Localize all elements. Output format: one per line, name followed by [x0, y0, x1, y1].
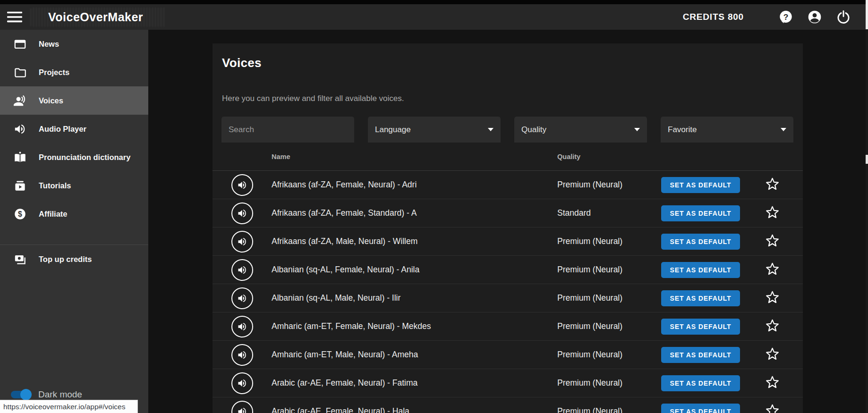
tutorials-icon [14, 179, 26, 192]
set-as-default-button[interactable]: SET AS DEFAULT [661, 262, 740, 278]
speaker-icon [237, 236, 248, 247]
set-as-default-button[interactable]: SET AS DEFAULT [661, 319, 740, 335]
set-as-default-button[interactable]: SET AS DEFAULT [661, 404, 740, 413]
voices-icon [14, 94, 26, 107]
voice-quality: Standard [557, 208, 661, 218]
sidebar-item-voices[interactable]: Voices [0, 86, 148, 115]
power-icon[interactable] [836, 9, 851, 25]
voice-name: Afrikaans (af-ZA, Male, Neural) - Willem [272, 236, 557, 246]
voice-quality: Premium (Neural) [557, 236, 661, 246]
speaker-icon [237, 378, 248, 389]
sidebar-item-audio-player[interactable]: Audio Player [0, 115, 148, 143]
language-dropdown[interactable]: Language [368, 117, 501, 143]
play-voice-button[interactable] [231, 259, 253, 281]
set-as-default-button[interactable]: SET AS DEFAULT [661, 375, 740, 391]
sidebar-item-label: Affiliate [39, 210, 68, 219]
favorite-star-icon[interactable] [765, 233, 780, 248]
speaker-icon [237, 321, 248, 332]
search-input[interactable] [229, 125, 347, 135]
voice-name: Albanian (sq-AL, Female, Neural) - Anila [272, 265, 557, 275]
news-icon [14, 38, 26, 51]
quality-dropdown[interactable]: Quality [514, 117, 647, 143]
column-header-quality: Quality [557, 153, 661, 160]
table-row: Afrikaans (af-ZA, Female, Neural) - Adri… [213, 171, 803, 199]
search-filter [221, 117, 354, 143]
favorite-star-icon[interactable] [765, 290, 780, 304]
sidebar-item-news[interactable]: News [0, 30, 148, 58]
payments-icon [14, 253, 26, 266]
table-row: Arabic (ar-AE, Female, Neural) - Hala Pr… [213, 397, 803, 413]
sidebar-item-label: Top up credits [39, 255, 92, 264]
scrollbar-mark [866, 155, 868, 164]
scrollbar-thumb[interactable] [866, 0, 868, 29]
scrollbar[interactable] [866, 0, 868, 413]
sidebar-item-label: Projects [39, 68, 69, 77]
chevron-down-icon [781, 128, 786, 131]
set-as-default-button[interactable]: SET AS DEFAULT [661, 347, 740, 363]
favorite-dropdown[interactable]: Favorite [661, 117, 793, 143]
voice-quality: Premium (Neural) [557, 293, 661, 303]
play-voice-button[interactable] [231, 401, 253, 413]
topbar-actions: CREDITS 800 ? [683, 9, 851, 25]
sidebar-item-pronunciation-dictionary[interactable]: Pronunciation dictionary [0, 143, 148, 171]
voice-name: Albanian (sq-AL, Male, Neural) - Ilir [272, 293, 557, 303]
sidebar-item-projects[interactable]: Projects [0, 58, 148, 86]
play-voice-button[interactable] [231, 372, 253, 394]
sidebar-item-label: Pronunciation dictionary [39, 153, 130, 162]
dark-mode-label: Dark mode [38, 389, 82, 400]
speaker-icon [237, 293, 248, 304]
dark-mode-toggle[interactable] [11, 391, 30, 398]
dictionary-icon [14, 151, 26, 164]
play-voice-button[interactable] [231, 202, 253, 224]
account-icon[interactable] [807, 9, 822, 25]
help-icon[interactable]: ? [778, 9, 793, 25]
svg-text:?: ? [783, 12, 789, 22]
set-as-default-button[interactable]: SET AS DEFAULT [661, 205, 740, 221]
table-row: Amharic (am-ET, Female, Neural) - Mekdes… [213, 312, 803, 341]
sidebar-item-top-up-credits[interactable]: Top up credits [0, 245, 148, 273]
menu-icon[interactable] [7, 11, 22, 23]
play-voice-button[interactable] [231, 174, 253, 196]
voice-name: Amharic (am-ET, Female, Neural) - Mekdes [272, 321, 557, 331]
set-as-default-button[interactable]: SET AS DEFAULT [661, 177, 740, 193]
table-row: Afrikaans (af-ZA, Male, Neural) - Willem… [213, 228, 803, 256]
favorite-star-icon[interactable] [765, 177, 780, 191]
favorite-star-icon[interactable] [765, 403, 780, 413]
voice-quality: Premium (Neural) [557, 350, 661, 360]
chevron-down-icon [488, 128, 494, 131]
voice-name: Arabic (ar-AE, Female, Neural) - Fatima [272, 378, 557, 388]
set-as-default-button[interactable]: SET AS DEFAULT [661, 234, 740, 250]
play-voice-button[interactable] [231, 287, 253, 309]
favorite-star-icon[interactable] [765, 205, 780, 219]
voice-name: Afrikaans (af-ZA, Female, Neural) - Adri [272, 180, 557, 190]
sidebar: News Projects Voices Audio Player Pronun… [0, 30, 148, 413]
favorite-star-icon[interactable] [765, 375, 780, 389]
voice-quality: Premium (Neural) [557, 321, 661, 331]
favorite-star-icon[interactable] [765, 346, 780, 361]
play-voice-button[interactable] [231, 344, 253, 366]
filter-bar: Language Quality Favorite [221, 117, 793, 143]
play-voice-button[interactable] [231, 231, 253, 253]
app-logo-text: VoiceOverMaker [48, 10, 143, 24]
chevron-down-icon [634, 128, 640, 131]
favorite-star-icon[interactable] [765, 261, 780, 276]
speaker-icon [237, 406, 248, 413]
play-voice-button[interactable] [231, 316, 253, 337]
voices-table: Afrikaans (af-ZA, Female, Neural) - Adri… [213, 171, 803, 413]
quality-dropdown-label: Quality [521, 125, 546, 135]
table-row: Arabic (ar-AE, Female, Neural) - Fatima … [213, 369, 803, 397]
sidebar-item-label: Tutorials [39, 181, 71, 190]
voice-quality: Premium (Neural) [557, 406, 661, 413]
table-row: Albanian (sq-AL, Female, Neural) - Anila… [213, 256, 803, 284]
app-logo[interactable]: VoiceOverMaker [48, 10, 143, 24]
toggle-knob [20, 389, 32, 400]
sidebar-item-affiliate[interactable]: $ Affiliate [0, 200, 148, 228]
favorite-star-icon[interactable] [765, 318, 780, 333]
voice-name: Arabic (ar-AE, Female, Neural) - Hala [272, 406, 557, 413]
projects-folder-icon [14, 66, 26, 79]
audio-player-icon [14, 123, 26, 135]
svg-text:$: $ [18, 210, 22, 218]
set-as-default-button[interactable]: SET AS DEFAULT [661, 290, 740, 306]
sidebar-item-tutorials[interactable]: Tutorials [0, 171, 148, 200]
sidebar-item-label: News [39, 40, 59, 49]
